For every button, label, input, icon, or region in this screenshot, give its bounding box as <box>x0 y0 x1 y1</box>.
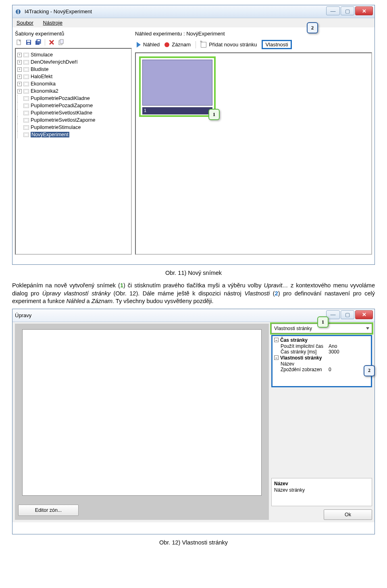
propgrid-key: Název <box>274 361 329 367</box>
copy-icon[interactable] <box>58 39 64 46</box>
page-canvas[interactable] <box>22 329 262 496</box>
collapse-icon[interactable]: – <box>274 338 279 342</box>
window-title: I4Tracking - NovýExperiment <box>25 8 92 15</box>
collapse-icon[interactable]: – <box>274 355 279 360</box>
save-all-icon[interactable] <box>35 39 42 46</box>
record-button[interactable]: Záznam <box>164 42 191 48</box>
tree-item-label: HaloEfekt <box>31 74 52 79</box>
chevron-down-icon <box>366 327 369 330</box>
propgrid-group-label: Vlastnosti stránky <box>280 355 322 361</box>
tree-branch <box>17 116 22 124</box>
templates-label: Šablony experimentů <box>15 31 132 37</box>
propgrid-row[interactable]: Čas stránky [ms]3000 <box>273 349 370 355</box>
tree-item[interactable]: +Ekonomika2 <box>17 87 129 95</box>
preview-button-label: Náhled <box>143 42 160 48</box>
close-button[interactable]: ✕ <box>355 6 373 15</box>
experiment-icon <box>23 67 29 72</box>
callout-2-label: 2 <box>311 25 314 31</box>
tree-branch <box>17 131 22 138</box>
propgrid-group[interactable]: –Vlastnosti stránky <box>273 355 370 361</box>
figure-11-caption: Obr. 11) Nový snímek <box>12 270 375 276</box>
property-grid[interactable]: 2 –Čas stránkyPoužít implicitní časAnoČa… <box>271 335 372 387</box>
experiment-icon <box>23 60 29 64</box>
tree-item-label: Ekonomika <box>31 81 56 87</box>
tree-item-label: PupilometriePozadiKladne <box>31 96 90 101</box>
record-icon <box>164 42 169 47</box>
figure-12-caption: Obr. 12) Vlastnosti stránky <box>12 539 375 546</box>
minimize-button[interactable]: — <box>326 6 340 15</box>
save-icon[interactable] <box>25 39 32 46</box>
svg-rect-8 <box>37 40 40 41</box>
tree-item[interactable]: PupilometriePozadiKladne <box>17 95 129 102</box>
delete-icon[interactable] <box>48 39 55 46</box>
callout-1-label: 1 <box>322 319 325 325</box>
expander-icon[interactable]: + <box>17 82 22 86</box>
svg-rect-10 <box>60 39 63 44</box>
menu-file[interactable]: Soubor <box>17 20 33 26</box>
menubar: Soubor Nástroje <box>12 18 375 27</box>
propgrid-group[interactable]: –Čas stránky <box>273 337 370 343</box>
callout-2-grid: 2 <box>364 365 375 376</box>
maximize-button[interactable]: ▢ <box>341 310 354 319</box>
properties-button[interactable]: Vlastnosti <box>262 40 291 49</box>
tree-item-label: Stimulace <box>31 52 53 58</box>
tree-item-label: PupilometrieSvetlostKladne <box>31 110 92 116</box>
page-thumbnail[interactable]: 1 <box>139 56 216 117</box>
tree-branch <box>17 95 22 102</box>
tree-item[interactable]: +Bludiste <box>17 66 129 73</box>
expander-icon[interactable]: + <box>17 89 22 93</box>
menu-tools[interactable]: Nástroje <box>43 20 62 26</box>
experiment-icon <box>23 118 29 123</box>
tree-item[interactable]: +Stimulace <box>17 51 129 58</box>
propgrid-row[interactable]: Použít implicitní časAno <box>273 343 370 349</box>
callout-1-thumbnail: 1 <box>208 109 220 120</box>
tree-item[interactable]: PupilometriePozadiZaporne <box>17 102 129 109</box>
figure-11-window: 2 I4Tracking - NovýExperiment — ▢ ✕ Soub… <box>12 5 375 265</box>
callout-1-label: 1 <box>213 111 216 118</box>
new-icon[interactable] <box>16 39 22 46</box>
propgrid-value[interactable] <box>329 361 369 367</box>
add-page-button[interactable]: Přidat novou stránku <box>201 42 257 48</box>
play-icon <box>137 42 141 48</box>
expander-icon[interactable]: + <box>17 60 22 64</box>
tree-item[interactable]: +DenOtevřenýchDveří <box>17 58 129 66</box>
zone-editor-button[interactable]: Editor zón... <box>18 505 79 516</box>
tree-item[interactable]: PupilometrieSvetlostZaporne <box>17 116 129 124</box>
experiment-icon <box>23 104 29 108</box>
propgrid-row[interactable]: Název <box>273 361 370 367</box>
add-page-button-label: Přidat novou stránku <box>209 42 257 48</box>
templates-tree[interactable]: +Stimulace+DenOtevřenýchDveří+Bludiste+H… <box>15 48 132 255</box>
templates-toolbar <box>15 38 132 48</box>
tree-item[interactable]: +Ekonomika <box>17 80 129 87</box>
tree-item[interactable]: PupilometrieSvetlostKladne <box>17 109 129 116</box>
tree-item-label: Bludiste <box>31 66 48 72</box>
expander-icon[interactable]: + <box>17 75 22 79</box>
expander-icon[interactable]: + <box>17 67 22 72</box>
body-paragraph: Poklepáním na nově vytvořený snímek (1) … <box>12 282 375 305</box>
propgrid-row[interactable]: Zpoždění zobrazen0 <box>273 367 370 372</box>
tree-item-label: PupilometrieStimulace <box>31 125 81 130</box>
propgrid-key: Zpoždění zobrazen <box>274 367 329 372</box>
maximize-button[interactable]: ▢ <box>341 6 354 15</box>
preview-button[interactable]: Náhled <box>137 42 160 48</box>
experiment-icon <box>23 89 29 93</box>
propgrid-value[interactable]: 3000 <box>329 349 369 355</box>
zone-editor-button-label: Editor zón... <box>35 507 62 513</box>
preview-area[interactable]: 1 1 <box>135 52 372 255</box>
thumbnail-index: 1 <box>142 107 212 114</box>
tree-item-label: PupilometriePozadiZaporne <box>31 103 93 108</box>
ok-button[interactable]: Ok <box>324 509 372 520</box>
expander-icon[interactable]: + <box>17 53 22 57</box>
thumbnail-canvas <box>142 60 212 106</box>
ok-button-label: Ok <box>345 512 351 517</box>
experiment-icon <box>23 75 29 79</box>
tree-item[interactable]: +HaloEfekt <box>17 73 129 80</box>
propgrid-value[interactable]: Ano <box>329 343 369 349</box>
tree-item[interactable]: NovýExperiment <box>17 131 129 138</box>
tree-item[interactable]: PupilometrieStimulace <box>17 124 129 131</box>
propgrid-value[interactable]: 0 <box>329 367 369 372</box>
close-button[interactable]: ✕ <box>355 310 373 319</box>
callout-2-label: 2 <box>368 368 370 374</box>
property-description: Název Název stránky <box>271 478 372 506</box>
tree-item-label: DenOtevřenýchDveří <box>31 59 78 65</box>
